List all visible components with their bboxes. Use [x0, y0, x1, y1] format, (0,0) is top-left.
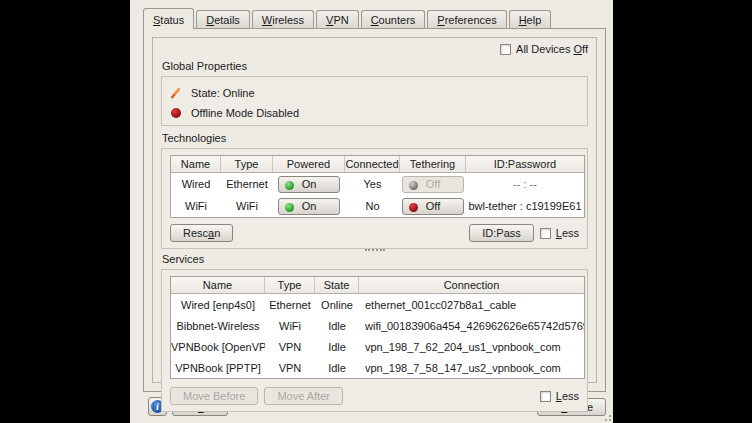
service-connection: wifi_00183906a454_426962626e65742d5769..… — [359, 320, 584, 332]
tech-idpassword: -- : -- — [466, 178, 584, 190]
service-type: VPN — [265, 362, 315, 374]
tab-bar: Status Details Wireless VPN Counters Pre… — [130, 0, 613, 28]
column-header: Type — [265, 277, 315, 293]
powered-toggle-button[interactable]: On — [278, 198, 340, 215]
green-led-icon — [285, 203, 294, 212]
service-row[interactable]: Bibbnet-Wireless WiFi Idle wifi_00183906… — [171, 315, 584, 336]
less-label: Less — [556, 227, 579, 239]
tech-name: WiFi — [171, 200, 221, 212]
tech-powered-cell: On — [273, 176, 345, 193]
cmst-window: Status Details Wireless VPN Counters Pre… — [130, 0, 613, 423]
service-connection: ethernet_001cc027b8a1_cable — [359, 299, 584, 311]
column-header: Powered — [273, 156, 345, 172]
service-connection: vpn_198_7_58_147_us2_vpnbook_com — [359, 362, 584, 374]
checkbox-box — [540, 228, 551, 239]
column-header: Name — [171, 277, 265, 293]
tab-vpn[interactable]: VPN — [316, 10, 359, 28]
state-text: State: Online — [191, 87, 255, 99]
technologies-table: Name Type Powered Connected Tethering ID… — [170, 155, 585, 218]
tab-preferences[interactable]: Preferences — [427, 10, 506, 28]
checkbox-box — [500, 44, 511, 55]
tech-idpassword: bwl-tether : c19199E61 — [466, 200, 584, 212]
service-name: VPNBook [OpenVPN] — [171, 341, 265, 353]
tech-powered-cell: On — [273, 198, 345, 215]
global-properties-title: Global Properties — [162, 60, 588, 72]
services-header-row: Name Type State Connection — [171, 277, 584, 294]
move-after-button: Move After — [264, 387, 343, 405]
all-devices-off-checkbox[interactable]: All Devices Off — [500, 43, 588, 55]
offline-mode-row: Offline Mode Disabled — [170, 103, 579, 123]
service-name: Bibbnet-Wireless — [171, 320, 265, 332]
resize-grip[interactable] — [603, 413, 612, 422]
service-state: Idle — [315, 320, 359, 332]
green-led-icon — [285, 181, 294, 190]
tech-name: Wired — [171, 178, 221, 190]
service-type: VPN — [265, 341, 315, 353]
red-circle-icon — [170, 107, 182, 119]
tech-tethering-cell: Off — [400, 176, 466, 193]
service-state: Idle — [315, 341, 359, 353]
column-header: Name — [171, 156, 221, 172]
service-name: VPNBook [PPTP] — [171, 362, 265, 374]
tab-status[interactable]: Status — [143, 8, 194, 29]
move-before-button: Move Before — [170, 387, 258, 405]
red-led-icon — [409, 203, 418, 212]
splitter-dots-icon — [365, 249, 385, 251]
status-inner-frame: All Devices Off Global Properties State:… — [152, 37, 597, 383]
service-state: Online — [315, 299, 359, 311]
service-row[interactable]: Wired [enp4s0] Ethernet Online ethernet_… — [171, 294, 584, 315]
all-devices-off-label: All Devices Off — [516, 43, 588, 55]
global-properties-box: State: Online Offline Mode Disabled — [161, 76, 588, 126]
tethering-toggle-button: Off — [402, 176, 464, 193]
state-row: State: Online — [170, 83, 579, 103]
technologies-less-checkbox[interactable]: Less — [540, 227, 579, 239]
technologies-box: Name Type Powered Connected Tethering ID… — [161, 148, 588, 249]
table-row: WiFi WiFi On No Off bwl-tether : c19199E… — [171, 195, 584, 217]
tech-connected: No — [345, 200, 400, 212]
column-header: State — [315, 277, 359, 293]
offline-mode-text: Offline Mode Disabled — [191, 107, 299, 119]
service-type: Ethernet — [265, 299, 315, 311]
column-header: ID:Password — [466, 156, 584, 172]
services-less-checkbox[interactable]: Less — [540, 390, 579, 402]
column-header: Tethering — [400, 156, 466, 172]
splitter-handle[interactable] — [161, 249, 588, 251]
service-row[interactable]: VPNBook [PPTP] VPN Idle vpn_198_7_58_147… — [171, 357, 584, 378]
tech-type: Ethernet — [221, 178, 273, 190]
tab-counters[interactable]: Counters — [361, 10, 426, 28]
tab-help[interactable]: Help — [509, 10, 552, 28]
powered-toggle-button[interactable]: On — [278, 176, 340, 193]
tech-type: WiFi — [221, 200, 273, 212]
services-title: Services — [162, 253, 588, 265]
column-header: Connection — [359, 277, 584, 293]
service-row[interactable]: VPNBook [OpenVPN] VPN Idle vpn_198_7_62_… — [171, 336, 584, 357]
column-header: Type — [221, 156, 273, 172]
tab-wireless[interactable]: Wireless — [252, 10, 314, 28]
column-header: Connected — [345, 156, 400, 172]
idpass-button[interactable]: ID:Pass — [469, 224, 534, 242]
tethering-toggle-button[interactable]: Off — [402, 198, 464, 215]
service-name: Wired [enp4s0] — [171, 299, 265, 311]
rescan-button[interactable]: Rescan — [170, 224, 233, 242]
status-tab-panel: All Devices Off Global Properties State:… — [143, 28, 606, 392]
technologies-title: Technologies — [162, 132, 588, 144]
table-row: Wired Ethernet On Yes Off -- : -- — [171, 173, 584, 195]
technologies-header-row: Name Type Powered Connected Tethering ID… — [171, 156, 584, 173]
services-box: Name Type State Connection Wired [enp4s0… — [161, 269, 588, 412]
tech-connected: Yes — [345, 178, 400, 190]
checkbox-box — [540, 391, 551, 402]
tech-tethering-cell: Off — [400, 198, 466, 215]
pencil-icon — [170, 87, 182, 99]
gray-led-icon — [409, 181, 418, 190]
tab-details[interactable]: Details — [196, 10, 250, 28]
services-table: Name Type State Connection Wired [enp4s0… — [170, 276, 585, 379]
less-label: Less — [556, 390, 579, 402]
service-state: Idle — [315, 362, 359, 374]
service-type: WiFi — [265, 320, 315, 332]
service-connection: vpn_198_7_62_204_us1_vpnbook_com — [359, 341, 584, 353]
